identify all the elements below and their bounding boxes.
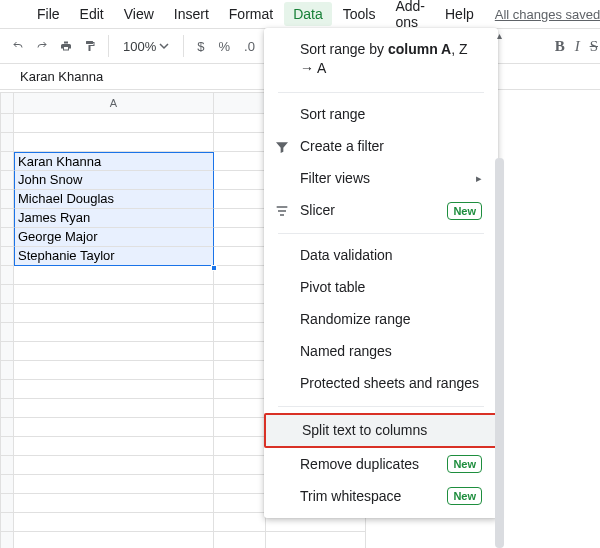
cell[interactable] bbox=[14, 304, 214, 323]
menu-sort-range[interactable]: Sort range bbox=[264, 99, 498, 131]
row-header[interactable] bbox=[0, 323, 14, 342]
cell[interactable] bbox=[14, 285, 214, 304]
cell[interactable] bbox=[14, 380, 214, 399]
cell[interactable] bbox=[214, 171, 266, 190]
menu-randomize-range[interactable]: Randomize range bbox=[264, 304, 498, 336]
cell[interactable] bbox=[214, 304, 266, 323]
row-header[interactable] bbox=[0, 266, 14, 285]
cell[interactable] bbox=[214, 456, 266, 475]
menu-sort-range-by[interactable]: Sort range by column A, Z → A bbox=[264, 32, 498, 86]
cell[interactable] bbox=[14, 266, 214, 285]
dropdown-scrollbar[interactable]: ▴ bbox=[494, 28, 504, 518]
cell[interactable] bbox=[14, 456, 214, 475]
cell[interactable] bbox=[14, 418, 214, 437]
cell[interactable] bbox=[14, 475, 214, 494]
row-header[interactable] bbox=[0, 152, 14, 171]
format-percent-button[interactable]: % bbox=[213, 39, 235, 54]
cell[interactable] bbox=[214, 342, 266, 361]
row-header[interactable] bbox=[0, 171, 14, 190]
cell[interactable] bbox=[214, 532, 266, 548]
strikethrough-button[interactable]: S bbox=[590, 38, 598, 55]
menu-tools[interactable]: Tools bbox=[334, 2, 385, 26]
row-header[interactable] bbox=[0, 114, 14, 133]
paint-format-button[interactable] bbox=[80, 36, 100, 56]
cell[interactable]: Stephanie Taylor bbox=[14, 247, 214, 266]
row-header[interactable] bbox=[0, 361, 14, 380]
cell[interactable] bbox=[14, 494, 214, 513]
menu-view[interactable]: View bbox=[115, 2, 163, 26]
col-header-B[interactable] bbox=[214, 92, 266, 114]
zoom-dropdown[interactable]: 100% bbox=[117, 39, 175, 54]
cell[interactable] bbox=[14, 437, 214, 456]
row-header[interactable] bbox=[0, 247, 14, 266]
print-button[interactable] bbox=[56, 36, 76, 56]
cell[interactable] bbox=[214, 209, 266, 228]
row-header[interactable] bbox=[0, 342, 14, 361]
cell[interactable] bbox=[214, 361, 266, 380]
cell[interactable] bbox=[14, 323, 214, 342]
row-header[interactable] bbox=[0, 228, 14, 247]
menu-trim-whitespace[interactable]: Trim whitespace New bbox=[264, 480, 498, 512]
cell[interactable] bbox=[14, 133, 214, 152]
menu-file[interactable]: File bbox=[28, 2, 69, 26]
cell[interactable] bbox=[214, 475, 266, 494]
row-header[interactable] bbox=[0, 418, 14, 437]
redo-button[interactable] bbox=[32, 36, 52, 56]
cell[interactable] bbox=[214, 190, 266, 209]
cell[interactable] bbox=[14, 361, 214, 380]
cell[interactable] bbox=[214, 418, 266, 437]
italic-button[interactable]: I bbox=[575, 38, 580, 55]
selection-handle[interactable] bbox=[211, 265, 217, 271]
select-all-corner[interactable] bbox=[0, 92, 14, 114]
cell[interactable]: James Ryan bbox=[14, 209, 214, 228]
format-currency-button[interactable]: $ bbox=[192, 39, 209, 54]
scroll-thumb[interactable] bbox=[495, 158, 504, 548]
cell[interactable] bbox=[214, 323, 266, 342]
row-header[interactable] bbox=[0, 399, 14, 418]
cell[interactable] bbox=[214, 114, 266, 133]
menu-protected-sheets[interactable]: Protected sheets and ranges bbox=[264, 368, 498, 400]
row-header[interactable] bbox=[0, 304, 14, 323]
row-header[interactable] bbox=[0, 513, 14, 532]
row-header[interactable] bbox=[0, 437, 14, 456]
cell[interactable] bbox=[14, 513, 214, 532]
cell[interactable] bbox=[214, 285, 266, 304]
menu-named-ranges[interactable]: Named ranges bbox=[264, 336, 498, 368]
cell[interactable]: Karan Khanna bbox=[14, 152, 214, 171]
row-header[interactable] bbox=[0, 494, 14, 513]
cell[interactable] bbox=[214, 133, 266, 152]
menu-split-text-to-columns[interactable]: Split text to columns bbox=[264, 413, 498, 449]
menu-insert[interactable]: Insert bbox=[165, 2, 218, 26]
row-header[interactable] bbox=[0, 456, 14, 475]
menu-help[interactable]: Help bbox=[436, 2, 483, 26]
cell[interactable] bbox=[214, 266, 266, 285]
cell[interactable] bbox=[14, 399, 214, 418]
row-header[interactable] bbox=[0, 380, 14, 399]
row-header[interactable] bbox=[0, 475, 14, 494]
menu-slicer[interactable]: Slicer New bbox=[264, 195, 498, 227]
scroll-up-icon[interactable]: ▴ bbox=[497, 30, 502, 41]
menu-data[interactable]: Data bbox=[284, 2, 332, 26]
menu-remove-duplicates[interactable]: Remove duplicates New bbox=[264, 448, 498, 480]
cell[interactable] bbox=[14, 532, 214, 548]
cell[interactable] bbox=[214, 247, 266, 266]
cell[interactable] bbox=[214, 399, 266, 418]
col-header-A[interactable]: A bbox=[14, 92, 214, 114]
menu-pivot-table[interactable]: Pivot table bbox=[264, 272, 498, 304]
row-header[interactable] bbox=[0, 285, 14, 304]
cell[interactable] bbox=[266, 532, 366, 548]
bold-button[interactable]: B bbox=[555, 38, 565, 55]
menu-create-filter[interactable]: Create a filter bbox=[264, 131, 498, 163]
row-header[interactable] bbox=[0, 190, 14, 209]
row-header[interactable] bbox=[0, 532, 14, 548]
cell[interactable]: John Snow bbox=[14, 171, 214, 190]
menu-edit[interactable]: Edit bbox=[71, 2, 113, 26]
cell[interactable] bbox=[214, 380, 266, 399]
menu-format[interactable]: Format bbox=[220, 2, 282, 26]
cell[interactable] bbox=[14, 342, 214, 361]
cell[interactable]: Michael Douglas bbox=[14, 190, 214, 209]
cell[interactable] bbox=[214, 513, 266, 532]
undo-button[interactable] bbox=[8, 36, 28, 56]
menu-data-validation[interactable]: Data validation bbox=[264, 240, 498, 272]
cell[interactable] bbox=[214, 228, 266, 247]
